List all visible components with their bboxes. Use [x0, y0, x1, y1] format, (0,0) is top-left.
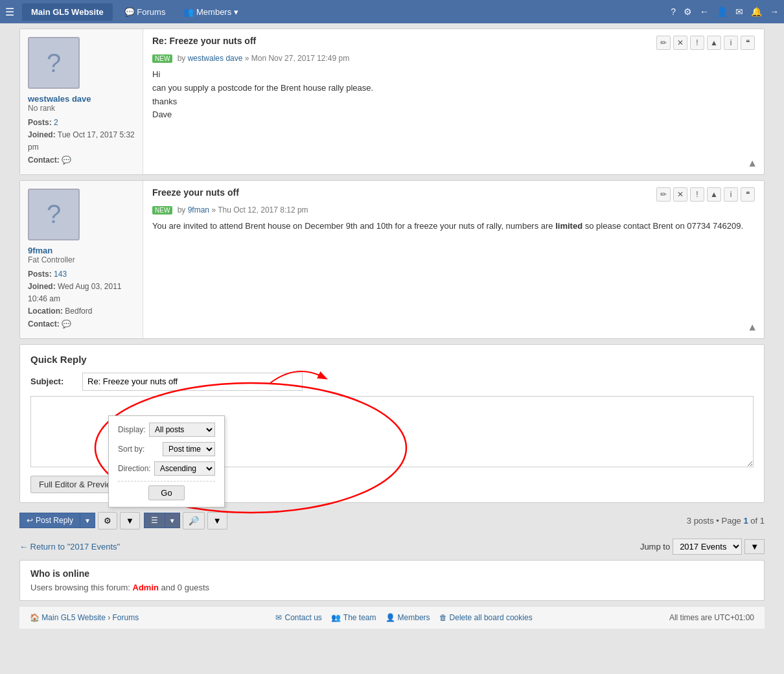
post-rank: Fat Controller — [28, 255, 135, 264]
avatar-question-icon: ? — [47, 200, 61, 229]
timezone-info: All times are UTC+01:00 — [669, 613, 754, 622]
post-body: You are invited to attend Brent house on… — [152, 220, 755, 233]
site-title[interactable]: Main GL5 Website — [22, 3, 113, 21]
direction-label: Direction: — [118, 464, 154, 473]
scroll-top-icon[interactable]: ▲ — [747, 157, 757, 168]
avatar: ? — [28, 189, 80, 240]
subject-row: Subject: — [30, 373, 754, 391]
post-card: ? 9fman Fat Controller Posts: 143 Joined… — [19, 180, 765, 339]
post-title: Re: Freeze your nuts off — [152, 36, 256, 46]
help-icon[interactable]: ? — [671, 6, 676, 17]
post-main: Freeze your nuts off ✏ ✕ ! ▲ i ❝ NEW by … — [143, 181, 764, 338]
display-options-popup: Display: All posts Unread posts Sort by:… — [108, 415, 225, 507]
jump-to-label: Jump to — [640, 542, 670, 552]
bottom-bar-right: 3 posts • Page 1 of 1 — [687, 516, 765, 526]
post-reply-split-button: ↩ Post Reply ▼ — [19, 513, 95, 528]
post-header: Re: Freeze your nuts off ✏ ✕ ! ▲ i ❝ — [152, 36, 755, 50]
post-author-link[interactable]: 9fman — [188, 205, 209, 215]
post-username[interactable]: 9fman — [28, 246, 135, 255]
post-footer: ▲ — [747, 321, 757, 333]
members-link[interactable]: 👤 Members — [386, 613, 430, 622]
new-post-badge: NEW — [152, 54, 172, 63]
list-dropdown-button[interactable]: ▼ — [165, 513, 180, 528]
return-link[interactable]: ← Return to "2017 Events" — [19, 542, 120, 552]
admin-user-link[interactable]: Admin — [133, 583, 159, 592]
info-post-button[interactable]: i — [724, 36, 738, 50]
quick-reply-section: Quick Reply Subject: Display: All posts … — [19, 344, 765, 503]
post-sidebar: ? 9fman Fat Controller Posts: 143 Joined… — [20, 181, 143, 338]
post-reply-button[interactable]: ↩ Post Reply — [19, 513, 80, 528]
contact-icon: ✉ — [275, 613, 282, 622]
direction-select[interactable]: Ascending Descending — [154, 461, 215, 476]
subject-input[interactable] — [82, 373, 303, 391]
posts-count-link[interactable]: 143 — [54, 270, 67, 279]
notifications-icon[interactable]: 🔔 — [751, 6, 762, 17]
quote-post-button[interactable]: ❝ — [741, 187, 755, 202]
display-select[interactable]: All posts Unread posts — [149, 423, 215, 437]
settings-icon[interactable]: ⚙ — [684, 6, 692, 17]
logout-icon[interactable]: → — [770, 6, 779, 17]
sort-select[interactable]: Post time Author — [163, 442, 215, 456]
main-content: ? westwales dave No rank Posts: 2 Joined… — [19, 29, 765, 629]
posts-count-link[interactable]: 2 — [54, 118, 58, 127]
bottom-bar-left: ↩ Post Reply ▼ ⚙ ▼ ☰ ▼ 🔎 ▼ — [19, 512, 227, 529]
report-post-button[interactable]: ▲ — [707, 36, 721, 50]
display-label: Display: — [118, 425, 149, 434]
quick-reply-title: Quick Reply — [30, 354, 754, 365]
list-split-button: ☰ ▼ — [144, 513, 180, 528]
subject-label: Subject: — [30, 377, 82, 386]
post-title: Freeze your nuts off — [152, 187, 239, 198]
footer-links: ✉ Contact us 👥 The team 👤 Members 🗑 Dele… — [275, 613, 532, 622]
post-byline: NEW by 9fman » Thu Oct 12, 2017 8:12 pm — [152, 205, 755, 215]
footer-forums-link[interactable]: Forums — [113, 613, 139, 622]
jump-to-button[interactable]: ▼ — [744, 539, 765, 554]
warn-post-button[interactable]: ! — [690, 187, 704, 202]
post-username[interactable]: westwales dave — [28, 94, 135, 104]
filter-button[interactable]: 🔎 — [183, 512, 205, 529]
jump-to-select[interactable]: 2017 Events — [673, 539, 742, 555]
tools-dropdown-button[interactable]: ▼ — [120, 512, 140, 529]
tools-button[interactable]: ⚙ — [98, 512, 117, 529]
post-author-link[interactable]: westwales dave — [188, 54, 243, 63]
hamburger-menu-icon[interactable]: ☰ — [5, 6, 14, 18]
warn-post-button[interactable]: ! — [690, 36, 704, 50]
back-icon[interactable]: ← — [700, 6, 709, 17]
list-button[interactable]: ☰ — [144, 513, 165, 528]
quote-post-button[interactable]: ❝ — [741, 36, 755, 50]
reply-icon: ↩ — [27, 516, 33, 525]
footer-site-link: 🏠 Main GL5 Website › Forums — [30, 613, 139, 622]
the-team-link[interactable]: 👥 The team — [331, 613, 376, 622]
post-action-icons: ✏ ✕ ! ▲ i ❝ — [656, 187, 755, 202]
contact-icon[interactable]: 💬 — [62, 156, 71, 165]
delete-post-button[interactable]: ✕ — [673, 187, 687, 202]
page-footer: 🏠 Main GL5 Website › Forums ✉ Contact us… — [19, 606, 765, 629]
tab-members[interactable]: 👥 Members ▾ — [174, 3, 247, 21]
post-meta-info: Posts: 2 Joined: Tue Oct 17, 2017 5:32 p… — [28, 117, 135, 167]
page-link[interactable]: 1 — [743, 516, 748, 526]
delete-cookies-link[interactable]: 🗑 Delete all board cookies — [439, 613, 533, 622]
new-post-badge: NEW — [152, 206, 172, 215]
tab-forums[interactable]: 💬 Forums — [115, 3, 175, 21]
textarea-wrapper: Display: All posts Unread posts Sort by:… — [30, 396, 754, 469]
who-online-title: Who is online — [30, 568, 754, 579]
user-icon[interactable]: 👤 — [717, 6, 728, 17]
page-info: 3 posts • Page 1 of 1 — [687, 516, 765, 526]
post-byline: NEW by westwales dave » Mon Nov 27, 2017… — [152, 54, 755, 63]
contact-icon[interactable]: 💬 — [62, 320, 71, 329]
post-header: Freeze your nuts off ✏ ✕ ! ▲ i ❝ — [152, 187, 755, 202]
info-post-button[interactable]: i — [724, 187, 738, 202]
who-online-section: Who is online Users browsing this forum:… — [19, 560, 765, 601]
go-button[interactable]: Go — [148, 485, 184, 500]
scroll-top-icon[interactable]: ▲ — [747, 321, 757, 332]
report-post-button[interactable]: ▲ — [707, 187, 721, 202]
filter-dropdown-button[interactable]: ▼ — [207, 512, 227, 529]
return-bar: ← Return to "2017 Events" Jump to 2017 E… — [19, 539, 765, 555]
post-reply-dropdown-button[interactable]: ▼ — [80, 513, 95, 528]
contact-us-link[interactable]: ✉ Contact us — [275, 613, 321, 622]
footer-site-title-link[interactable]: Main GL5 Website — [41, 613, 106, 622]
edit-post-button[interactable]: ✏ — [656, 187, 671, 202]
delete-post-button[interactable]: ✕ — [673, 36, 687, 50]
jump-to: Jump to 2017 Events ▼ — [640, 539, 765, 555]
mail-icon[interactable]: ✉ — [735, 6, 743, 17]
edit-post-button[interactable]: ✏ — [656, 36, 671, 50]
